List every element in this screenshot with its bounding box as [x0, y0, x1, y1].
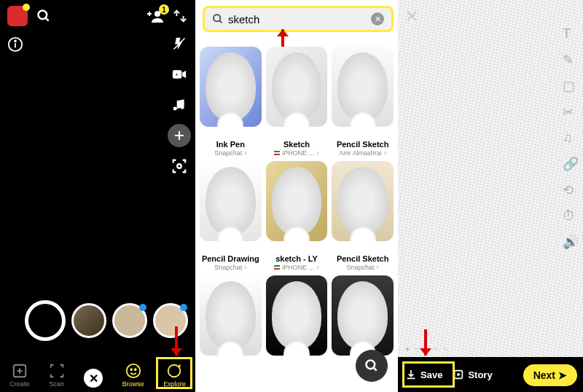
scan-icon[interactable] — [168, 154, 191, 178]
music-icon[interactable]: ♫ — [563, 130, 579, 146]
arrow-annotation-icon — [175, 326, 178, 356]
result-thumb — [200, 275, 262, 356]
nav-create[interactable]: Create — [9, 363, 29, 388]
flag-icon — [274, 151, 280, 155]
search-bar: ✕ Cancel — [195, 0, 398, 38]
result-author: iPHONE ...› — [274, 263, 318, 271]
svg-point-11 — [177, 164, 181, 168]
svg-line-20 — [219, 20, 222, 23]
plus-icon[interactable] — [168, 124, 191, 147]
nav-label: Scan — [49, 380, 64, 388]
snap-preview-screen: ✕ T ✎ ▢ ✂ ♫ 🔗 ⟲ ⏱ 🔊 ● ○ ○ ○ ○ Save Story… — [398, 0, 583, 392]
edit-tools: T ✎ ▢ ✂ ♫ 🔗 ⟲ ⏱ 🔊 — [563, 26, 579, 250]
close-icon[interactable]: ✕ — [405, 7, 418, 26]
result-cell[interactable]: Pencil SketchSnapchat› — [332, 161, 394, 271]
result-title: Pencil Sketch — [337, 140, 389, 149]
result-cell[interactable] — [200, 275, 262, 356]
lens-thumb[interactable] — [112, 303, 147, 338]
video-icon[interactable]: + — [168, 63, 191, 86]
svg-line-1 — [46, 18, 49, 21]
result-title: Pencil Sketch — [337, 254, 389, 263]
arrow-annotation-icon — [424, 329, 427, 356]
notification-dot-icon — [23, 4, 30, 11]
svg-line-22 — [374, 368, 377, 371]
story-button[interactable]: Story — [453, 369, 492, 380]
lens-carousel — [0, 300, 195, 341]
search-box[interactable]: ✕ — [203, 6, 394, 32]
text-icon[interactable]: T — [563, 26, 579, 42]
info-icon[interactable] — [7, 36, 23, 52]
result-cell[interactable] — [266, 275, 328, 356]
story-label: Story — [468, 369, 492, 380]
music-icon[interactable] — [168, 93, 191, 117]
svg-point-19 — [214, 15, 220, 21]
result-cell[interactable] — [332, 275, 394, 356]
shutter-button[interactable] — [25, 300, 66, 341]
clear-icon[interactable]: ✕ — [371, 12, 384, 26]
search-fab[interactable] — [356, 350, 388, 382]
timer-icon[interactable]: ⏱ — [563, 208, 579, 224]
lens-thumb[interactable] — [153, 303, 188, 338]
browse-icon — [125, 363, 141, 379]
svg-point-0 — [39, 11, 47, 20]
flip-camera-icon[interactable] — [172, 8, 188, 24]
crop-icon[interactable]: ⟲ — [563, 182, 579, 198]
result-cell[interactable]: Pencil DrawingSnapchat› — [200, 161, 262, 271]
result-cell[interactable]: Pencil SketchAmr Almashrai› — [332, 47, 394, 157]
result-cell[interactable]: SketchiPHONE ...› — [266, 47, 328, 157]
highlight-box — [156, 357, 192, 389]
result-cell[interactable]: Ink PenSnapchat› — [200, 47, 262, 157]
highlight-box — [402, 361, 455, 388]
svg-point-17 — [135, 369, 136, 370]
result-author: Amr Almashrai› — [339, 149, 386, 157]
new-dot-icon — [139, 304, 146, 311]
nav-browse[interactable]: Browse — [122, 363, 144, 388]
nav-scan[interactable]: Scan — [49, 363, 65, 388]
new-dot-icon — [180, 304, 187, 311]
add-friend-icon[interactable]: 1 — [147, 9, 165, 23]
create-icon — [12, 363, 28, 379]
profile-button[interactable] — [7, 6, 28, 26]
search-icon[interactable] — [36, 9, 51, 23]
chevron-right-icon: › — [244, 149, 246, 157]
pencil-icon[interactable]: ✎ — [563, 52, 579, 68]
result-author: iPHONE ...› — [274, 149, 318, 157]
chevron-right-icon: › — [316, 149, 318, 157]
result-title: Sketch — [283, 140, 310, 149]
flag-icon — [274, 265, 280, 270]
svg-point-15 — [127, 364, 140, 377]
result-thumb — [266, 161, 328, 241]
nav-close[interactable]: ✕ — [84, 369, 103, 388]
nav-label: Browse — [122, 380, 144, 388]
result-thumb — [200, 161, 262, 241]
search-input[interactable] — [228, 13, 367, 26]
scissors-icon[interactable]: ✂ — [563, 104, 579, 120]
result-cell[interactable]: sketch - LYiPHONE ...› — [266, 161, 328, 271]
result-thumb — [200, 47, 262, 127]
nav-label: Create — [9, 380, 29, 388]
result-title: Pencil Drawing — [202, 254, 259, 263]
link-icon[interactable]: 🔗 — [563, 156, 579, 172]
lens-thumb[interactable] — [71, 303, 106, 338]
result-author: Snapchat› — [346, 263, 378, 271]
result-thumb — [332, 275, 394, 356]
results-grid: Ink PenSnapchat›SketchiPHONE ...›Pencil … — [195, 42, 398, 360]
search-icon — [212, 13, 224, 25]
flash-icon[interactable] — [168, 32, 191, 55]
result-thumb — [266, 275, 328, 356]
svg-point-16 — [130, 369, 132, 370]
chevron-right-icon: › — [384, 149, 386, 157]
send-icon: ➤ — [558, 369, 567, 381]
top-bar: 1 — [0, 0, 195, 32]
sound-icon[interactable]: 🔊 — [563, 234, 579, 250]
friend-badge: 1 — [159, 4, 169, 15]
svg-point-21 — [367, 361, 375, 369]
chevron-right-icon: › — [244, 263, 246, 271]
camera-screen: 1 + Create Scan ✕ Browse — [0, 0, 195, 392]
camera-tools: + — [168, 32, 191, 178]
next-button[interactable]: Next ➤ — [523, 364, 577, 386]
result-title: Ink Pen — [216, 140, 245, 149]
sticker-icon[interactable]: ▢ — [563, 78, 579, 94]
result-author: Snapchat› — [214, 149, 246, 157]
scan-nav-icon — [49, 363, 65, 379]
